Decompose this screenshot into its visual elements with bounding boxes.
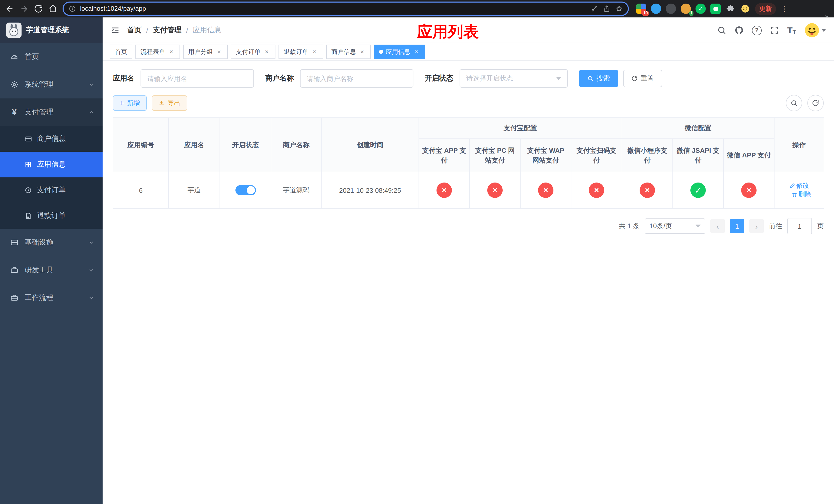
tab-home[interactable]: 首页 <box>110 45 132 59</box>
cell-wechat-app: × <box>723 172 774 208</box>
top-navbar: 首页 / 支付管理 / 应用信息 应用列表 <box>103 18 834 43</box>
browser-update-button[interactable]: 更新 <box>755 3 776 15</box>
share-icon[interactable] <box>603 5 610 12</box>
sidebar: 芋道管理系统 首页 系统管理 ¥ 支付管理 <box>0 18 103 504</box>
group-header-alipay: 支付宝配置 <box>419 118 622 139</box>
edit-link[interactable]: 修改 <box>789 181 809 190</box>
tab-refund-order[interactable]: 退款订单 <box>279 45 323 59</box>
close-tab-icon[interactable] <box>263 48 270 55</box>
close-tab-icon[interactable] <box>168 48 175 55</box>
browser-profile-avatar[interactable] <box>740 4 750 14</box>
breadcrumb-payment[interactable]: 支付管理 <box>153 26 181 35</box>
sidebar-item-app-info[interactable]: 应用信息 <box>0 152 103 177</box>
briefcase-icon <box>10 294 19 302</box>
back-icon[interactable] <box>5 4 14 13</box>
export-button[interactable]: 导出 <box>152 95 187 111</box>
extension-chat-icon[interactable] <box>710 4 721 14</box>
merchant-name-input[interactable] <box>300 69 413 88</box>
close-tab-icon[interactable] <box>413 48 420 55</box>
enable-toggle[interactable] <box>235 185 256 196</box>
breadcrumb: 首页 / 支付管理 / 应用信息 <box>127 26 222 35</box>
extension-avatar-icon[interactable]: 1 <box>681 4 691 14</box>
sidebar-item-system[interactable]: 系统管理 <box>0 71 103 98</box>
close-tab-icon[interactable] <box>215 48 223 55</box>
sidebar-item-home[interactable]: 首页 <box>0 43 103 71</box>
cell-merchant: 芋道源码 <box>271 172 321 208</box>
tab-label: 应用信息 <box>386 47 410 56</box>
collapse-sidebar-icon[interactable] <box>111 26 120 35</box>
search-button[interactable]: 搜索 <box>579 70 618 87</box>
sidebar-item-infrastructure[interactable]: 基础设施 <box>0 229 103 256</box>
browser-toolbar: localhost:1024/pay/app 10 1 <box>0 0 834 18</box>
sidebar-item-label: 支付管理 <box>25 108 53 117</box>
browser-menu-icon[interactable] <box>781 5 788 13</box>
extension-drop-icon[interactable] <box>651 4 661 14</box>
filter-form: 应用名 商户名称 开启状态 请选择开启状态 搜索 重置 <box>113 69 824 88</box>
avatar-caret-icon <box>822 29 826 31</box>
status-check-icon: ✓ <box>690 183 706 198</box>
next-page-button[interactable] <box>749 219 764 233</box>
page-number-1[interactable]: 1 <box>730 219 744 233</box>
dashboard-icon <box>10 53 19 61</box>
page-annotation: 应用列表 <box>417 22 479 43</box>
tab-app-info[interactable]: 应用信息 <box>374 45 425 59</box>
prev-page-button[interactable] <box>710 219 725 233</box>
cell-alipay-qr: × <box>571 172 622 208</box>
user-avatar[interactable] <box>804 23 826 38</box>
sidebar-item-merchant-info[interactable]: 商户信息 <box>0 126 103 152</box>
sidebar-item-refund-order[interactable]: 退款订单 <box>0 203 103 229</box>
delete-link[interactable]: 删除 <box>791 190 811 199</box>
status-cross-icon: × <box>437 183 452 198</box>
password-key-icon[interactable] <box>591 5 598 12</box>
tab-label: 流程表单 <box>140 47 165 56</box>
page-size-select[interactable]: 10条/页 <box>645 219 705 234</box>
site-info-icon[interactable] <box>69 5 76 12</box>
tab-merchant-info[interactable]: 商户信息 <box>326 45 371 59</box>
address-bar[interactable]: localhost:1024/pay/app <box>63 2 629 16</box>
toggle-search-icon[interactable] <box>786 95 802 111</box>
cell-actions: 修改 删除 <box>774 172 824 208</box>
col-header-alipay-pc: 支付宝 PC 网站支付 <box>469 139 520 172</box>
close-tab-icon[interactable] <box>311 48 318 55</box>
app-name-input[interactable] <box>140 69 254 88</box>
close-tab-icon[interactable] <box>358 48 366 55</box>
bookmark-star-icon[interactable] <box>615 5 623 12</box>
sidebar-item-workflow[interactable]: 工作流程 <box>0 284 103 312</box>
tab-user-group[interactable]: 用户分组 <box>183 45 228 59</box>
breadcrumb-home[interactable]: 首页 <box>127 26 141 35</box>
add-button-label: 新增 <box>127 99 140 108</box>
extension-grid-icon[interactable]: 10 <box>636 4 646 14</box>
main-area: 首页 / 支付管理 / 应用信息 应用列表 <box>103 18 834 504</box>
status-select-placeholder: 请选择开启状态 <box>466 74 513 83</box>
status-select[interactable]: 请选择开启状态 <box>460 69 568 88</box>
reset-button[interactable]: 重置 <box>623 70 662 87</box>
refresh-table-icon[interactable] <box>807 95 824 111</box>
url-text[interactable]: localhost:1024/pay/app <box>80 5 587 12</box>
sidebar-item-dev-tools[interactable]: 研发工具 <box>0 256 103 284</box>
font-size-icon[interactable] <box>787 26 796 35</box>
forward-icon[interactable] <box>20 4 29 13</box>
card-icon <box>25 135 32 142</box>
app-logo-header[interactable]: 芋道管理系统 <box>0 18 103 43</box>
home-icon[interactable] <box>48 4 58 13</box>
help-icon[interactable] <box>752 25 762 35</box>
pagination-total: 共 1 条 <box>619 222 640 231</box>
app-name-label: 应用名 <box>113 74 134 83</box>
extension-check-icon[interactable] <box>696 4 706 14</box>
github-icon[interactable] <box>734 26 744 35</box>
sidebar-item-payment[interactable]: ¥ 支付管理 <box>0 98 103 126</box>
tab-label: 支付订单 <box>236 47 261 56</box>
delete-link-label: 删除 <box>798 190 811 199</box>
puzzle-icon[interactable] <box>725 4 736 14</box>
sidebar-item-pay-order[interactable]: 支付订单 <box>0 177 103 203</box>
goto-page-input[interactable] <box>787 218 812 234</box>
tab-pay-order[interactable]: 支付订单 <box>231 45 276 59</box>
extension-dark-icon[interactable] <box>666 4 676 14</box>
page-content: 应用名 商户名称 开启状态 请选择开启状态 搜索 重置 <box>103 61 834 504</box>
reload-icon[interactable] <box>34 4 43 13</box>
fullscreen-icon[interactable] <box>770 26 779 35</box>
sidebar-item-label: 首页 <box>25 52 39 62</box>
search-icon[interactable] <box>717 26 726 35</box>
add-button[interactable]: 新增 <box>113 95 147 111</box>
tab-process-form[interactable]: 流程表单 <box>135 45 180 59</box>
